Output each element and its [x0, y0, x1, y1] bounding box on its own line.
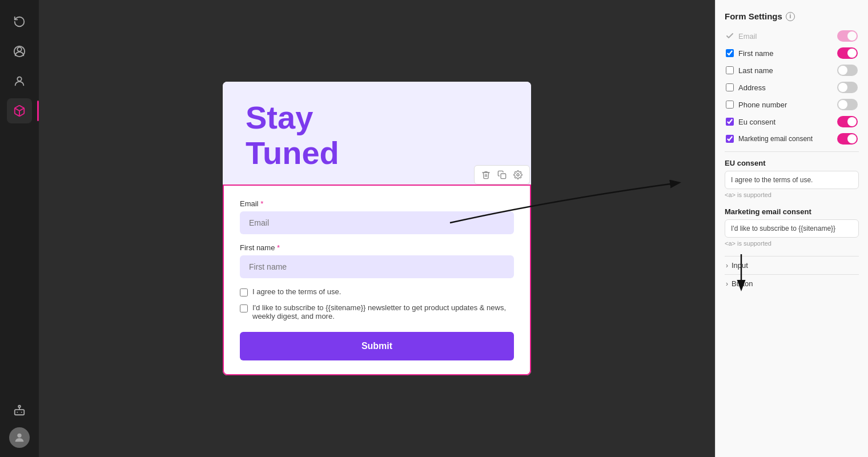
collapsible-button[interactable]: › Button: [725, 274, 859, 292]
email-field-group: Email *: [240, 199, 514, 234]
form-toolbar: [474, 165, 530, 185]
settings-row-eu-consent: Eu consent: [725, 116, 859, 127]
settings-toggle-eu-consent[interactable]: [837, 116, 858, 127]
sidebar-icon-bot[interactable]: [7, 398, 32, 423]
settings-field-address-label: Address: [738, 83, 833, 92]
settings-row-marketing-consent: Marketing email consent: [725, 133, 859, 145]
sidebar-icon-refresh[interactable]: [7, 9, 32, 34]
eu-consent-hint: <a> is supported: [725, 191, 859, 198]
sidebar-icon-user-circle[interactable]: [7, 39, 32, 64]
email-input[interactable]: [240, 211, 514, 234]
settings-toggle-firstname[interactable]: [837, 47, 858, 59]
settings-toggle-email[interactable]: [837, 30, 858, 42]
settings-toggle-address[interactable]: [837, 82, 858, 93]
svg-rect-4: [15, 410, 25, 415]
settings-checkbox-lastname[interactable]: [726, 66, 734, 74]
email-checkmark-icon: [726, 32, 734, 40]
settings-title: Form Settings i: [725, 11, 859, 21]
firstname-field-group: First name *: [240, 243, 514, 278]
settings-title-text: Form Settings: [725, 11, 782, 21]
settings-checkbox-address[interactable]: [726, 83, 734, 91]
form-toolbar-settings[interactable]: [511, 168, 525, 182]
submit-button[interactable]: Submit: [240, 332, 514, 360]
checkbox-terms-input[interactable]: [240, 288, 248, 296]
checkbox-terms-label: I agree to the terms of use.: [252, 287, 341, 296]
form-preview-card: Stay Tuned: [223, 82, 531, 375]
chevron-button-icon: ›: [726, 280, 728, 288]
settings-toggle-phone[interactable]: [837, 99, 858, 110]
chevron-input-icon: ›: [726, 262, 728, 270]
svg-point-8: [17, 434, 21, 438]
form-title-line1: Stay: [246, 100, 508, 135]
settings-field-eu-consent-label: Eu consent: [738, 118, 833, 126]
settings-field-firstname-label: First name: [738, 49, 833, 58]
form-body: Email * First name * I agree to the term…: [223, 185, 531, 375]
settings-field-marketing-consent-label: Marketing email consent: [738, 135, 833, 143]
canvas-area: Stay Tuned: [223, 43, 531, 414]
sidebar: [0, 0, 39, 457]
collapsible-button-label: Button: [732, 279, 753, 288]
checkbox-newsletter: I'd like to subscribe to {{sitename}} ne…: [240, 303, 514, 320]
user-avatar[interactable]: [9, 427, 30, 448]
marketing-consent-section: Marketing email consent <a> is supported: [725, 207, 859, 247]
email-required-star: *: [260, 199, 263, 208]
settings-info-icon[interactable]: i: [786, 12, 795, 21]
settings-field-lastname-label: Last name: [738, 66, 833, 75]
settings-row-address: Address: [725, 82, 859, 93]
settings-row-email: Email: [725, 30, 859, 42]
svg-point-0: [17, 47, 21, 51]
marketing-consent-section-label: Marketing email consent: [725, 207, 859, 216]
firstname-input[interactable]: [240, 255, 514, 278]
checkbox-terms: I agree to the terms of use.: [240, 287, 514, 296]
divider-1: [725, 151, 859, 152]
settings-checkbox-phone[interactable]: [726, 101, 734, 109]
settings-row-firstname: First name: [725, 47, 859, 59]
firstname-label: First name *: [240, 243, 514, 252]
settings-checkbox-firstname[interactable]: [726, 49, 734, 57]
collapsible-input-label: Input: [732, 261, 748, 270]
settings-field-phone-label: Phone number: [738, 101, 833, 109]
email-label: Email *: [240, 199, 514, 208]
svg-point-10: [517, 174, 519, 176]
checkbox-newsletter-label: I'd like to subscribe to {{sitename}} ne…: [252, 303, 514, 320]
settings-toggle-marketing-consent[interactable]: [837, 133, 858, 145]
firstname-required-star: *: [277, 243, 280, 252]
form-toolbar-copy[interactable]: [495, 168, 509, 182]
eu-consent-input[interactable]: [725, 171, 859, 189]
sidebar-icon-cube[interactable]: [7, 98, 32, 123]
eu-consent-section: EU consent <a> is supported: [725, 159, 859, 198]
form-toolbar-delete[interactable]: [479, 168, 493, 182]
checkbox-newsletter-input[interactable]: [240, 304, 248, 312]
settings-checkbox-eu-consent[interactable]: [726, 118, 734, 126]
form-title: Stay Tuned: [246, 100, 508, 170]
marketing-consent-hint: <a> is supported: [725, 240, 859, 247]
sidebar-icon-user[interactable]: [7, 69, 32, 94]
settings-row-phone: Phone number: [725, 99, 859, 110]
collapsible-input[interactable]: › Input: [725, 256, 859, 274]
marketing-consent-input[interactable]: [725, 219, 859, 238]
settings-toggle-lastname[interactable]: [837, 65, 858, 76]
settings-row-lastname: Last name: [725, 65, 859, 76]
main-canvas: Stay Tuned: [39, 0, 715, 457]
svg-rect-9: [501, 174, 506, 179]
sidebar-bottom: [7, 398, 32, 448]
settings-field-email-label: Email: [738, 32, 833, 41]
form-title-line2: Tuned: [246, 135, 508, 171]
settings-checkbox-marketing-consent[interactable]: [726, 135, 734, 143]
eu-consent-section-label: EU consent: [725, 159, 859, 167]
settings-panel: Form Settings i Email First name Last na…: [715, 0, 868, 457]
svg-point-2: [17, 77, 21, 81]
